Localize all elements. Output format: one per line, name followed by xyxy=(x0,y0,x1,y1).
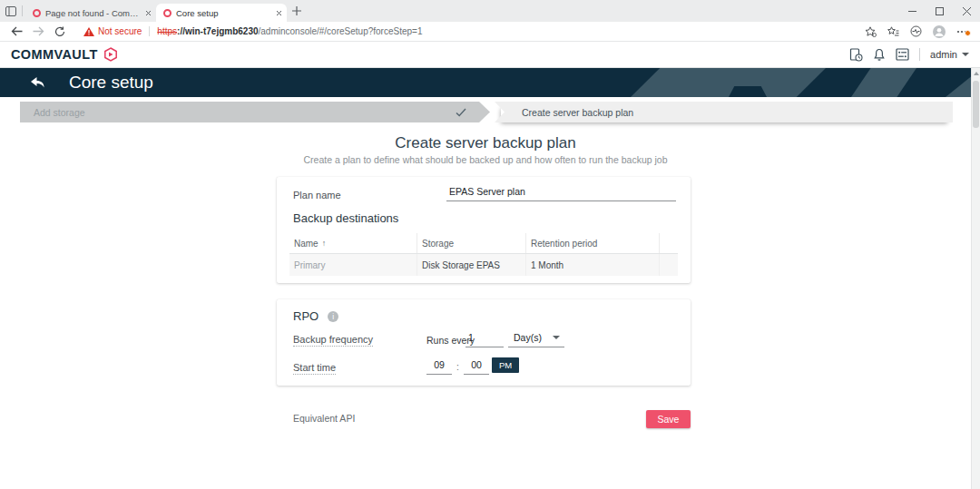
app-header: COMMVAULT admin xyxy=(0,42,980,68)
rpo-heading-label: RPO xyxy=(293,309,318,323)
table-row[interactable]: Primary Disk Storage EPAS 1 Month xyxy=(289,254,678,276)
page-scrollbar[interactable] xyxy=(971,68,980,489)
save-button[interactable]: Save xyxy=(646,410,691,428)
cell-empty xyxy=(660,254,678,276)
frequency-value-input[interactable]: 1 xyxy=(466,332,504,347)
scrollbar-up-icon[interactable] xyxy=(974,72,979,75)
minimize-icon[interactable] xyxy=(898,0,926,22)
tab-core-setup[interactable]: Core setup xyxy=(156,4,287,22)
tab-title: Core setup xyxy=(176,8,272,18)
window-controls xyxy=(898,0,980,22)
info-icon[interactable] xyxy=(328,311,338,322)
user-menu[interactable]: admin xyxy=(930,49,969,60)
content-title: Create server backup plan xyxy=(0,134,971,152)
step-create-server-backup-plan[interactable]: Create server backup plan xyxy=(495,102,953,122)
column-header-name[interactable]: Name ↑ xyxy=(289,233,417,253)
profile-avatar[interactable] xyxy=(933,25,946,38)
refresh-icon[interactable] xyxy=(49,23,71,41)
step-complete-check-icon xyxy=(456,108,466,117)
close-window-icon[interactable] xyxy=(953,0,980,22)
browser-menu-icon[interactable] xyxy=(956,30,967,34)
plan-name-input[interactable]: EPAS Server plan xyxy=(446,186,676,201)
tab-close-icon[interactable] xyxy=(145,10,152,16)
jobs-icon[interactable] xyxy=(849,48,863,62)
plan-name-label: Plan name xyxy=(293,190,341,200)
step-label: Create server backup plan xyxy=(522,107,633,118)
collections-icon[interactable] xyxy=(887,26,899,37)
notifications-bell-icon[interactable] xyxy=(873,48,886,62)
user-menu-label: admin xyxy=(930,49,957,60)
start-time-label: Start time xyxy=(293,362,336,375)
sort-asc-icon: ↑ xyxy=(322,239,327,248)
url-scheme: https xyxy=(157,26,177,36)
start-minute-input[interactable]: 00 xyxy=(464,359,489,375)
browser-toolbar-icons xyxy=(865,25,975,38)
tab-page-not-found[interactable]: Page not found - Commvault xyxy=(25,4,156,22)
tab-divider xyxy=(22,5,23,16)
page-title: Core setup xyxy=(69,73,153,93)
commvault-logo-icon xyxy=(103,47,118,62)
meridiem-toggle[interactable]: PM xyxy=(492,357,519,373)
destinations-table: Name ↑ Storage Retention period Primary … xyxy=(289,233,678,276)
scrollbar-thumb[interactable] xyxy=(973,81,979,128)
app-header-actions: admin xyxy=(849,48,969,62)
column-header-empty xyxy=(660,233,678,253)
column-header-retention[interactable]: Retention period xyxy=(526,233,660,253)
url-host: ://win-t7ejgmb6230 xyxy=(177,26,258,36)
time-separator: : xyxy=(456,361,459,372)
column-header-label: Retention period xyxy=(531,239,597,249)
back-icon[interactable] xyxy=(5,23,27,41)
cell-name[interactable]: Primary xyxy=(289,254,417,276)
commvault-wordmark: COMMVAULT xyxy=(11,47,98,62)
banner-back-icon[interactable] xyxy=(27,76,47,90)
backup-destinations-heading: Backup destinations xyxy=(293,211,398,225)
tab-title: Page not found - Commvault xyxy=(45,8,142,18)
cell-storage: Disk Storage EPAS xyxy=(417,254,526,276)
page-banner: Core setup xyxy=(0,68,971,97)
frequency-unit-value: Day(s) xyxy=(514,332,542,343)
plan-card: Plan name EPAS Server plan Backup destin… xyxy=(277,177,691,283)
frequency-unit-select[interactable]: Day(s) xyxy=(508,332,564,347)
vertical-tabs-icon[interactable] xyxy=(0,0,22,22)
add-favorite-icon[interactable] xyxy=(865,26,877,37)
forward-icon[interactable] xyxy=(27,23,49,41)
browser-essentials-icon[interactable] xyxy=(910,25,922,37)
maximize-icon[interactable] xyxy=(926,0,953,22)
column-header-storage[interactable]: Storage xyxy=(417,233,526,253)
menu-notification-badge xyxy=(965,30,971,36)
commvault-favicon xyxy=(33,9,41,17)
apps-panel-icon[interactable] xyxy=(896,48,909,61)
tab-close-icon[interactable] xyxy=(276,10,282,16)
column-header-label: Name xyxy=(294,239,318,249)
cell-retention: 1 Month xyxy=(526,254,660,276)
security-warning-icon[interactable] xyxy=(83,27,94,36)
browser-tab-bar: Page not found - Commvault Core setup xyxy=(0,0,980,22)
column-header-label: Storage xyxy=(422,239,454,249)
rpo-heading: RPO xyxy=(293,309,338,323)
commvault-favicon xyxy=(163,9,172,17)
url-divider xyxy=(149,26,150,36)
content-subtitle: Create a plan to define what should be b… xyxy=(0,154,971,165)
browser-address-bar: Not secure https ://win-t7ejgmb6230 /adm… xyxy=(0,22,980,42)
equivalent-api-link[interactable]: Equivalent API xyxy=(293,413,355,424)
start-hour-input[interactable]: 09 xyxy=(426,359,452,375)
not-secure-label[interactable]: Not secure xyxy=(98,26,142,36)
chevron-down-icon xyxy=(962,53,969,56)
rpo-card: RPO Backup frequency Runs every 1 Day(s)… xyxy=(277,299,691,386)
chevron-down-icon xyxy=(553,336,560,339)
step-label: Add storage xyxy=(34,107,85,118)
url-field[interactable]: Not secure https ://win-t7ejgmb6230 /adm… xyxy=(76,24,859,40)
table-header-row: Name ↑ Storage Retention period xyxy=(289,233,678,254)
wizard-steps: Add storage Create server backup plan xyxy=(20,102,953,122)
backup-frequency-label: Backup frequency xyxy=(293,334,373,347)
header-divider xyxy=(919,48,920,61)
step-add-storage[interactable]: Add storage xyxy=(20,102,490,122)
new-tab-icon[interactable] xyxy=(287,1,307,21)
url-path: /adminconsole/#/coreSetup?forceStep=1 xyxy=(259,26,423,36)
